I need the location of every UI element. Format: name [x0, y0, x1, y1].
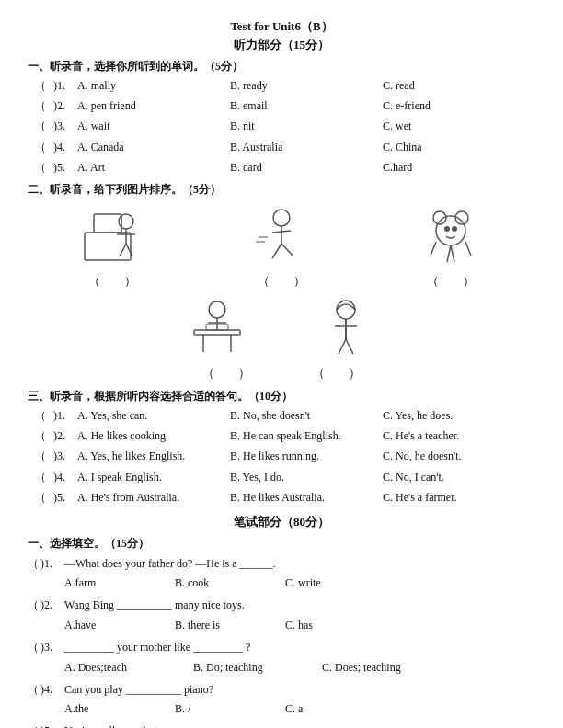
option-b: B. there is	[175, 619, 267, 632]
q-num: )2.	[53, 427, 77, 445]
paren-box-5: （ ）	[309, 365, 364, 381]
option-a: A. wait	[77, 118, 230, 135]
option-a: A.farm	[64, 576, 156, 590]
q-num: )5.	[53, 489, 77, 506]
table-row: （ )4. A. Canada B. Australia C. China	[28, 139, 535, 156]
option-c: C. read	[383, 77, 535, 95]
table-row: （ )2. A. He likes cooking. B. He can spe…	[28, 427, 535, 445]
option-b: B. Do; teaching	[193, 661, 304, 675]
svg-rect-0	[85, 233, 131, 260]
option-c: C. Does; teaching	[322, 661, 432, 675]
svg-rect-24	[194, 330, 240, 335]
q-num: )4.	[53, 469, 77, 486]
options-row: A. Does;teach B. Do; teaching C. Does; t…	[28, 661, 535, 675]
q-num: )3.	[40, 638, 64, 658]
option-a: A. He's from Australia.	[77, 489, 230, 506]
svg-line-19	[431, 242, 436, 256]
option-c: C. Yes, he does.	[383, 407, 535, 425]
option-c: C. No, I can't.	[383, 469, 535, 486]
paren-box-2: （ ）	[254, 273, 309, 290]
option-b: B. /	[175, 702, 267, 716]
image-box-4	[180, 297, 254, 363]
option-a: A. Yes, he likes English.	[77, 448, 230, 465]
table-row: （ )1. —What does your father do? —He is …	[28, 554, 535, 574]
image-box-2	[245, 205, 318, 271]
option-c: C. He's a farmer.	[383, 489, 535, 506]
option-b: B. cook	[175, 576, 267, 590]
part1-questions: （ )1. A. mally B. ready C. read （ )2. A.…	[28, 77, 535, 176]
paren: （	[28, 680, 40, 700]
image-4	[180, 297, 254, 363]
svg-line-6	[126, 244, 132, 256]
option-c: C. e-friend	[383, 97, 535, 115]
options-row: A.farm B. cook C. write	[28, 576, 535, 590]
option-b: B. He can speak English.	[230, 427, 383, 445]
svg-point-17	[444, 226, 450, 232]
paren: （	[28, 427, 53, 445]
option-a: A. Yes, she can.	[77, 407, 230, 425]
svg-point-14	[436, 216, 465, 245]
image-2	[245, 205, 318, 271]
image-1	[75, 205, 149, 271]
paren-row-bottom: （ ） （ ）	[28, 365, 535, 381]
paren: （	[28, 596, 40, 616]
svg-point-18	[452, 226, 457, 232]
paren: （	[28, 448, 53, 465]
table-row: （ )2. Wang Bing __________ many nice toy…	[28, 596, 535, 616]
option-a: A.have	[64, 619, 156, 632]
part3-questions: （ )1. A. Yes, she can. B. No, she doesn'…	[28, 407, 535, 506]
svg-line-33	[339, 339, 346, 354]
option-a: A. I speak English.	[77, 469, 230, 486]
option-c: C. a	[285, 702, 377, 716]
option-b: B. ready	[230, 77, 383, 95]
svg-line-21	[447, 245, 451, 262]
option-b: B. He likes Australia.	[230, 489, 383, 506]
images-top-row	[28, 205, 535, 271]
option-c: C.hard	[383, 159, 535, 176]
table-row: （ )3. A. Yes, he likes English. B. He li…	[28, 448, 535, 465]
table-row: （ )2. A. pen friend B. email C. e-friend	[28, 97, 535, 115]
svg-point-7	[273, 210, 290, 226]
option-a: A. Does;teach	[64, 661, 175, 675]
paren: （	[28, 97, 53, 115]
q-num: )2.	[53, 97, 77, 115]
options-row: A.the B. / C. a	[28, 702, 535, 716]
paren: （	[28, 469, 53, 486]
image-box-5	[309, 297, 383, 363]
table-row: （ )1. A. Yes, she can. B. No, she doesn'…	[28, 407, 535, 425]
svg-line-10	[272, 244, 282, 258]
svg-line-9	[272, 231, 291, 233]
image-box-1	[75, 205, 149, 271]
q-num: )5.	[53, 159, 77, 176]
table-row: （ )5. You're really good at _______.	[28, 722, 535, 728]
paren: （	[28, 722, 40, 728]
images-bottom-row	[28, 297, 535, 363]
image-box-3	[414, 205, 488, 271]
option-b: B. He likes running.	[230, 448, 383, 465]
question-stem: Can you play __________ piano?	[64, 680, 213, 700]
q-num: )1.	[53, 407, 77, 425]
option-a: A. Canada	[77, 139, 230, 156]
svg-point-23	[209, 301, 225, 318]
paren-row-top: （ ） （ ） （ ）	[28, 273, 535, 290]
listening-title: 听力部分（15分）	[28, 37, 535, 53]
paren: （	[28, 159, 53, 176]
paren: （	[28, 638, 40, 658]
option-c: C. No, he doesn't.	[383, 448, 535, 465]
option-a: A. He likes cooking.	[77, 427, 230, 445]
svg-line-20	[465, 242, 471, 256]
q-num: )3.	[53, 448, 77, 465]
option-a: A.the	[64, 702, 156, 716]
option-b: B. card	[230, 159, 383, 176]
svg-point-30	[337, 301, 355, 319]
question-stem: —What does your father do? —He is a ____…	[64, 554, 276, 574]
written-part1-header: 一、选择填空。（15分）	[28, 536, 535, 552]
main-title: Test for Unit6（B）	[28, 18, 535, 35]
image-3	[414, 205, 488, 271]
option-c: C. He's a teacher.	[383, 427, 535, 445]
q-num: )5.	[40, 722, 64, 728]
option-a: A. pen friend	[77, 97, 230, 115]
image-5	[309, 297, 383, 363]
question-stem: _________ your mother like _________ ?	[64, 638, 250, 658]
q-num: )2.	[40, 596, 64, 616]
